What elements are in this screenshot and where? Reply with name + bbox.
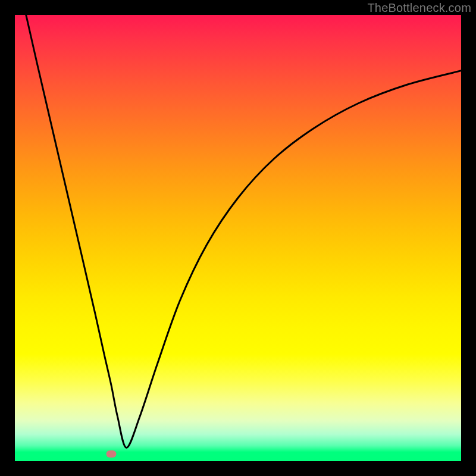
plot-area xyxy=(15,15,461,461)
minimum-marker xyxy=(107,450,117,458)
chart-container: TheBottleneck.com xyxy=(0,0,476,476)
watermark-text: TheBottleneck.com xyxy=(367,1,471,15)
bottleneck-curve xyxy=(26,15,461,448)
curve-svg xyxy=(15,15,461,461)
